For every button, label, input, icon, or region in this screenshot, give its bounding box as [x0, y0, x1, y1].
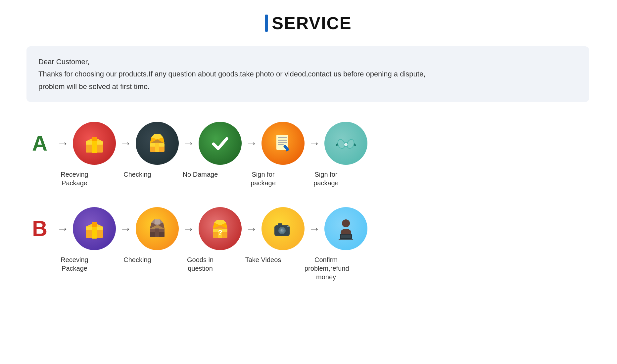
flow-row-b: B → → — [26, 207, 591, 281]
arrow-a4: → — [308, 136, 320, 150]
svg-rect-15 — [278, 144, 284, 145]
arrow-a2: → — [183, 136, 195, 150]
arrow-a3: → — [246, 136, 258, 150]
step-a3-circle — [199, 122, 242, 165]
refund-person-icon — [334, 217, 358, 241]
svg-point-47 — [342, 219, 350, 227]
svg-text:?: ? — [218, 228, 222, 237]
open-box-b-icon — [145, 217, 169, 241]
info-line2: Thanks for choosing our products.If any … — [38, 68, 577, 80]
arrow-b1: → — [120, 222, 132, 236]
step-a4-circle — [261, 122, 305, 165]
svg-point-44 — [281, 230, 282, 231]
svg-rect-25 — [92, 222, 97, 227]
sign-doc-icon — [271, 131, 295, 155]
label-b4: Take Videos — [242, 255, 285, 264]
open-box-icon — [145, 131, 169, 155]
svg-point-20 — [344, 143, 348, 147]
step-b4-circle — [261, 207, 305, 250]
step-b5-circle — [324, 207, 367, 250]
letter-a: A — [26, 131, 53, 156]
svg-rect-4 — [92, 137, 97, 141]
info-line3: problem will be solved at first time. — [38, 80, 577, 93]
handshake-icon — [334, 131, 358, 155]
label-b2: Checking — [116, 255, 159, 264]
svg-rect-12 — [278, 137, 287, 138]
arrow-b2: → — [183, 222, 195, 236]
svg-rect-45 — [278, 223, 282, 226]
page-title: SERVICE — [272, 13, 352, 33]
title-accent-bar — [265, 15, 268, 32]
label-a1: Receving Package — [53, 170, 96, 187]
arrow-b4: → — [308, 222, 320, 236]
svg-rect-28 — [155, 228, 159, 237]
letter-b: B — [26, 216, 53, 241]
label-b1: Receving Package — [53, 255, 96, 273]
step-b1-circle — [73, 207, 116, 250]
svg-point-43 — [280, 229, 284, 232]
label-a4: Sign for package — [242, 170, 285, 187]
question-box-icon: ? — [208, 217, 232, 241]
svg-rect-46 — [287, 226, 289, 227]
step-b3-circle: ? — [199, 207, 242, 250]
step-a1-circle — [73, 122, 116, 165]
package-b-icon — [82, 217, 106, 241]
svg-rect-7 — [155, 143, 159, 152]
svg-rect-2 — [92, 141, 97, 153]
flow-row-a: A → → — [26, 122, 591, 187]
step-a5-circle — [324, 122, 367, 165]
info-box: Dear Customer, Thanks for choosing our p… — [26, 46, 589, 102]
label-a2: Checking — [116, 170, 159, 179]
arrow-a0: → — [57, 136, 69, 150]
arrow-b3: → — [246, 222, 258, 236]
row-b-icons: B → → — [26, 207, 591, 250]
svg-rect-23 — [92, 226, 97, 239]
info-line1: Dear Customer, — [38, 56, 577, 68]
svg-rect-50 — [341, 235, 351, 238]
svg-rect-14 — [278, 142, 287, 143]
label-b3: Goods in question — [179, 255, 222, 273]
row-a-icons: A → → — [26, 122, 591, 165]
svg-rect-13 — [278, 140, 287, 141]
step-a2-circle — [136, 122, 179, 165]
svg-rect-51 — [339, 239, 353, 240]
svg-rect-32 — [155, 219, 160, 225]
camera-icon — [271, 217, 295, 241]
arrow-a1: → — [120, 136, 132, 150]
checkmark-icon — [208, 131, 232, 155]
step-b2-circle — [136, 207, 179, 250]
title-section: SERVICE — [26, 13, 591, 33]
label-b5: Confirm problem,refund money — [305, 255, 348, 281]
label-a5: Sign for package — [305, 170, 348, 187]
label-a3: No Damage — [179, 170, 222, 179]
row-b-labels: Receving Package Checking Goods in quest… — [53, 255, 591, 281]
row-a-labels: Receving Package Checking No Damage Sign… — [53, 170, 591, 187]
package-icon — [82, 131, 106, 155]
arrow-b0: → — [57, 222, 69, 236]
